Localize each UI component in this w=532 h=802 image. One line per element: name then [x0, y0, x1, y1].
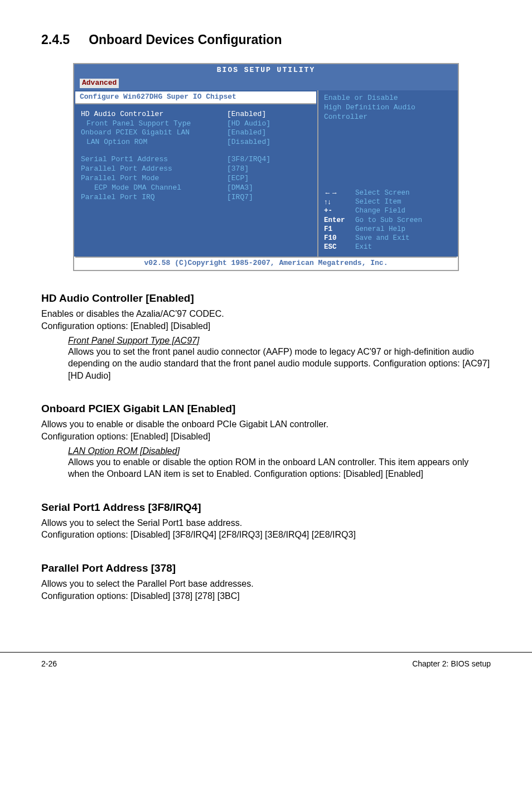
bios-row[interactable]: Serial Port1 Address [3F8/IRQ4]	[81, 155, 311, 165]
bios-value: [DMA3]	[227, 183, 311, 193]
nav-desc: Save and Exit	[355, 234, 452, 243]
nav-row: +-Change Field	[324, 206, 452, 215]
bios-label: LAN Option ROM	[81, 138, 227, 147]
nav-desc: Go to Sub Screen	[355, 216, 452, 225]
chipset-header: Configure Win627DHG Super IO Chipset	[75, 91, 316, 104]
bios-row[interactable]: ECP Mode DMA Channel [DMA3]	[81, 183, 311, 193]
bios-tab-advanced[interactable]: Advanced	[80, 79, 119, 88]
nav-row: ↑↓Select Item	[324, 197, 452, 206]
bios-label: ECP Mode DMA Channel	[81, 183, 227, 193]
line: Allows you to select the Parallel Port b…	[41, 579, 254, 588]
nav-key-updown-icon: ↑↓	[324, 197, 355, 206]
bios-label: Parallel Port Mode	[81, 174, 227, 183]
front-panel-subheading: Front Panel Support Type [AC97]	[68, 336, 491, 346]
bios-value: [ECP]	[227, 174, 311, 183]
bios-value: [IRQ7]	[227, 193, 311, 202]
nav-key: +-	[324, 206, 355, 215]
line: Configuration options: [Enabled] [Disabl…	[41, 321, 210, 331]
hd-audio-text: Enables or disables the Azalia/AC'97 COD…	[41, 308, 491, 332]
nav-row: F1General Help	[324, 225, 452, 234]
bios-footer: v02.58 (C)Copyright 1985-2007, American …	[75, 257, 457, 269]
section-title: Onboard Devices Configuration	[89, 32, 282, 47]
bios-row[interactable]: LAN Option ROM [Disabled]	[81, 138, 311, 147]
bios-row[interactable]: Parallel Port Mode [ECP]	[81, 174, 311, 183]
nav-key: ESC	[324, 243, 355, 252]
nav-desc: General Help	[355, 225, 452, 234]
nav-desc: Exit	[355, 243, 452, 252]
lan-option-subheading: LAN Option ROM [Disabled]	[68, 446, 491, 456]
nav-key: F10	[324, 234, 355, 243]
section-number: 2.4.5	[41, 32, 70, 47]
serial-heading: Serial Port1 Address [3F8/IRQ4]	[41, 501, 491, 514]
bios-panel: BIOS SETUP UTILITY Advanced Configure Wi…	[73, 63, 459, 271]
nav-desc: Select Screen	[355, 189, 452, 197]
bios-row[interactable]: Parallel Port Address [378]	[81, 165, 311, 174]
bios-label: Front Panel Support Type	[81, 119, 227, 129]
pciex-heading: Onboard PCIEX Gigabit LAN [Enabled]	[41, 403, 491, 415]
line: Configuration options: [Enabled] [Disabl…	[41, 432, 210, 441]
parallel-heading: Parallel Port Address [378]	[41, 562, 491, 574]
bios-label: Parallel Port IRQ	[81, 193, 227, 202]
bios-label: Parallel Port Address	[81, 165, 227, 174]
parallel-text: Allows you to select the Parallel Port b…	[41, 578, 491, 602]
page-number: 2-26	[41, 659, 57, 668]
lan-option-body: Allows you to enable or disable the opti…	[68, 456, 491, 480]
help-text: Enable or Disable High Definition Audio …	[324, 94, 452, 144]
bios-tab-row: Advanced	[74, 77, 458, 90]
hd-audio-heading: HD Audio Controller [Enabled]	[41, 292, 491, 305]
bios-row[interactable]: Front Panel Support Type [HD Audio]	[81, 119, 311, 129]
bios-value: [3F8/IRQ4]	[227, 155, 311, 165]
bios-value: [Disabled]	[227, 138, 311, 147]
nav-key: Enter	[324, 216, 355, 225]
page-footer: 2-26 Chapter 2: BIOS setup	[0, 652, 532, 668]
bios-settings-list: HD Audio Controller [Enabled] Front Pane…	[74, 104, 317, 253]
nav-key-leftright-icon: ←→	[324, 189, 355, 197]
bios-label: Serial Port1 Address	[81, 155, 227, 165]
help-nav: ←→Select Screen ↑↓Select Item +-Change F…	[324, 189, 452, 252]
line: Configuration options: [Disabled] [3F8/I…	[41, 530, 356, 539]
nav-key: F1	[324, 225, 355, 234]
bios-row[interactable]: Onboard PCIEX Gigabit LAN [Enabled]	[81, 128, 311, 138]
chapter-label: Chapter 2: BIOS setup	[412, 659, 491, 668]
nav-row: EnterGo to Sub Screen	[324, 216, 452, 225]
serial-text: Allows you to select the Serial Port1 ba…	[41, 517, 491, 541]
bios-label: Onboard PCIEX Gigabit LAN	[81, 128, 227, 138]
line: Configuration options: [Disabled] [378] …	[41, 591, 240, 601]
line: Enables or disables the Azalia/AC'97 COD…	[41, 309, 224, 318]
pciex-text: Allows you to enable or disable the onbo…	[41, 418, 491, 442]
bios-label: HD Audio Controller	[81, 110, 227, 119]
nav-desc: Select Item	[355, 197, 452, 206]
section-heading: 2.4.5Onboard Devices Configuration	[41, 32, 491, 47]
nav-row: ←→Select Screen	[324, 189, 452, 197]
nav-row: F10Save and Exit	[324, 234, 452, 243]
front-panel-body: Allows you to set the front panel audio …	[68, 346, 491, 382]
nav-desc: Change Field	[355, 206, 452, 215]
bios-row[interactable]: Parallel Port IRQ [IRQ7]	[81, 193, 311, 202]
bios-value: [Enabled]	[227, 128, 311, 138]
bios-value: [Enabled]	[227, 110, 311, 119]
nav-row: ESCExit	[324, 243, 452, 252]
bios-row[interactable]: HD Audio Controller [Enabled]	[81, 110, 311, 119]
bios-value: [378]	[227, 165, 311, 174]
line: Allows you to enable or disable the onbo…	[41, 419, 328, 429]
bios-value: [HD Audio]	[227, 119, 311, 129]
line: Allows you to select the Serial Port1 ba…	[41, 518, 242, 528]
bios-title: BIOS SETUP UTILITY	[74, 64, 458, 77]
